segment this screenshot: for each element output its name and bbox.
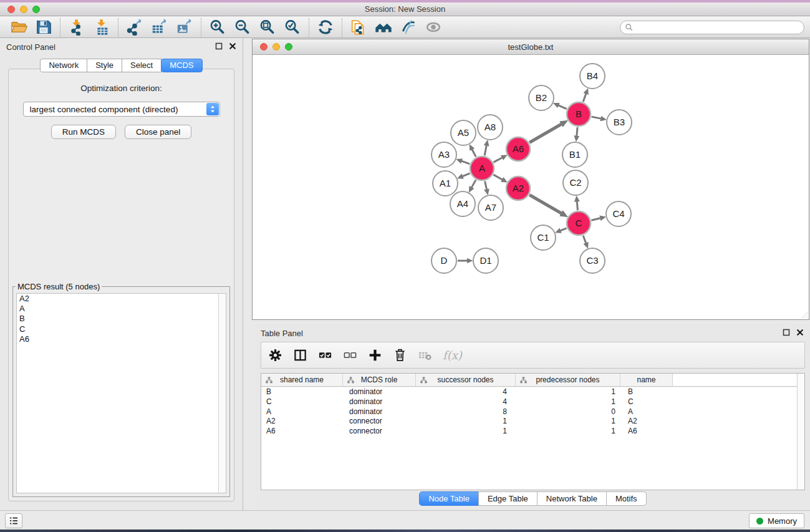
column-header-name[interactable]: name xyxy=(620,374,673,386)
zoom-selected-icon[interactable] xyxy=(280,18,305,37)
table-cell[interactable]: 1 xyxy=(416,427,516,437)
close-panel-button[interactable]: Close panel xyxy=(125,125,191,139)
table-cell[interactable]: A6 xyxy=(620,427,673,437)
edge-A-A2[interactable] xyxy=(493,175,502,180)
node-C2[interactable]: C2 xyxy=(563,170,588,195)
mcds-result-item[interactable]: A xyxy=(17,304,226,314)
node-B4[interactable]: B4 xyxy=(580,64,605,89)
search-input[interactable] xyxy=(634,23,804,32)
table-cell[interactable]: 4 xyxy=(416,387,516,397)
edge-A-A5[interactable] xyxy=(472,150,476,157)
node-A2[interactable]: A2 xyxy=(506,177,530,200)
node-B2[interactable]: B2 xyxy=(529,85,554,110)
run-mcds-button[interactable]: Run MCDS xyxy=(51,125,116,139)
table-cell[interactable]: A xyxy=(620,407,673,417)
zoom-out-icon[interactable] xyxy=(230,18,255,37)
tab-network[interactable]: Network xyxy=(40,59,87,72)
tab-select[interactable]: Select xyxy=(122,59,162,72)
result-scrollbar[interactable] xyxy=(218,294,226,493)
mcds-result-item[interactable]: A2 xyxy=(17,294,226,304)
table-scrollbar[interactable] xyxy=(797,374,804,490)
node-C3[interactable]: C3 xyxy=(580,248,605,273)
column-header-successor-nodes[interactable]: successor nodes xyxy=(416,374,516,386)
edge-A2-C[interactable] xyxy=(529,195,561,214)
edge-A-A1[interactable] xyxy=(463,173,470,177)
node-A3[interactable]: A3 xyxy=(432,142,456,167)
node-C4[interactable]: C4 xyxy=(606,201,631,226)
split-panel-icon[interactable] xyxy=(292,347,308,364)
table-cell[interactable]: 1 xyxy=(416,417,516,427)
column-header-shared-name[interactable]: shared name xyxy=(261,374,343,386)
edge-B-B1[interactable] xyxy=(577,127,577,136)
network-canvas[interactable]: B4B2BB3B1A5A8A3A6AA1A4A7A2C2CC4C1C3DD1 xyxy=(253,56,809,319)
tab-style[interactable]: Style xyxy=(87,59,122,72)
delete-table-icon[interactable] xyxy=(417,347,433,364)
node-A4[interactable]: A4 xyxy=(450,191,475,216)
table-cell[interactable]: dominator xyxy=(343,407,416,417)
edge-A-A7[interactable] xyxy=(485,181,487,190)
edge-A-A3[interactable] xyxy=(461,161,470,164)
close-panel-icon[interactable] xyxy=(229,42,236,50)
graphics-details-icon[interactable] xyxy=(396,18,421,37)
mcds-result-item[interactable]: C xyxy=(17,324,226,334)
add-column-icon[interactable] xyxy=(367,347,383,364)
function-builder-button[interactable]: f(x) xyxy=(441,349,462,362)
import-network-icon[interactable] xyxy=(64,18,89,37)
node-C[interactable]: C xyxy=(567,211,591,235)
table-cell[interactable]: 1 xyxy=(516,387,620,397)
edge-B-B3[interactable] xyxy=(592,117,601,118)
home-icon[interactable] xyxy=(371,18,396,37)
edge-A-A6[interactable] xyxy=(494,158,503,162)
edge-C-C1[interactable] xyxy=(561,228,567,231)
node-B3[interactable]: B3 xyxy=(607,110,632,135)
table-cell[interactable]: B xyxy=(620,387,673,397)
table-cell[interactable]: dominator xyxy=(343,387,416,397)
table-options-icon[interactable] xyxy=(267,347,283,364)
edge-A6-B[interactable] xyxy=(529,124,561,143)
task-history-button[interactable] xyxy=(5,513,22,528)
table-row[interactable]: A2connector11A2 xyxy=(261,417,804,427)
tab-node-table[interactable]: Node Table xyxy=(419,491,479,506)
node-A[interactable]: A xyxy=(470,157,494,180)
edge-A-A8[interactable] xyxy=(485,145,486,155)
save-session-icon[interactable] xyxy=(31,18,56,37)
table-cell[interactable]: B xyxy=(261,387,343,397)
node-A6[interactable]: A6 xyxy=(506,137,530,161)
table-cell[interactable]: A6 xyxy=(261,427,343,437)
edge-B-B2[interactable] xyxy=(559,105,567,109)
tab-motifs[interactable]: Motifs xyxy=(606,491,647,506)
tab-edge-table[interactable]: Edge Table xyxy=(478,491,538,506)
table-cell[interactable]: 4 xyxy=(416,397,516,407)
mcds-result-item[interactable]: B xyxy=(17,314,226,324)
delete-column-icon[interactable] xyxy=(392,347,408,364)
memory-button[interactable]: Memory xyxy=(749,513,804,528)
edge-C-C3[interactable] xyxy=(583,236,586,243)
node-D[interactable]: D xyxy=(432,248,456,273)
refresh-icon[interactable] xyxy=(313,18,338,37)
export-image-icon[interactable] xyxy=(172,18,197,37)
deselect-all-icon[interactable] xyxy=(342,347,358,364)
float-panel-icon[interactable] xyxy=(215,42,223,50)
node-D1[interactable]: D1 xyxy=(473,248,498,273)
node-A1[interactable]: A1 xyxy=(433,171,458,196)
edge-C-C4[interactable] xyxy=(591,218,600,220)
table-cell[interactable]: dominator xyxy=(343,397,416,407)
table-cell[interactable]: A xyxy=(261,407,343,417)
zoom-fit-icon[interactable] xyxy=(255,18,280,37)
import-table-icon[interactable] xyxy=(89,18,114,37)
float-table-panel-icon[interactable] xyxy=(783,329,790,336)
zoom-in-icon[interactable] xyxy=(205,18,230,37)
table-cell[interactable]: C xyxy=(261,397,343,407)
node-A5[interactable]: A5 xyxy=(451,120,476,145)
table-cell[interactable]: 8 xyxy=(416,407,516,417)
table-cell[interactable]: A2 xyxy=(261,417,343,427)
table-row[interactable]: Adominator80A xyxy=(261,407,804,417)
node-B[interactable]: B xyxy=(567,102,591,126)
table-row[interactable]: A6connector11A6 xyxy=(261,427,804,437)
network-from-file-icon[interactable] xyxy=(346,18,371,37)
node-C1[interactable]: C1 xyxy=(531,225,556,250)
table-cell[interactable]: C xyxy=(620,397,673,407)
network-window-titlebar[interactable]: testGlobe.txt xyxy=(253,39,809,55)
eye-icon[interactable] xyxy=(421,18,446,37)
table-cell[interactable]: 0 xyxy=(516,407,620,417)
